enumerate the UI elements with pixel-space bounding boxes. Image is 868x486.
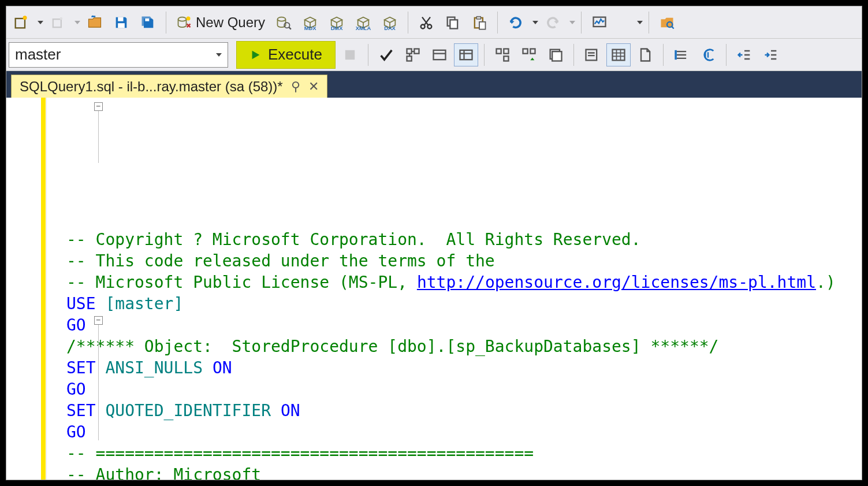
svg-point-7 xyxy=(178,17,187,21)
svg-rect-27 xyxy=(407,56,411,61)
chevron-down-icon xyxy=(216,53,222,57)
svg-text:DMX: DMX xyxy=(331,25,344,30)
save-all-icon[interactable] xyxy=(136,11,160,34)
mdx-icon[interactable]: MDX xyxy=(298,11,322,34)
query-options-icon[interactable] xyxy=(427,43,452,66)
editor-tabstrip: SQLQuery1.sql - il-b...ray.master (sa (5… xyxy=(6,71,862,98)
database-selector-value: master xyxy=(15,46,61,64)
code-line: GO xyxy=(66,314,862,336)
dax-icon[interactable]: DAX xyxy=(378,11,402,34)
svg-point-10 xyxy=(284,23,289,28)
fold-guide xyxy=(98,111,99,163)
new-project-dropdown[interactable] xyxy=(38,21,43,24)
svg-rect-29 xyxy=(460,50,472,59)
decrease-indent-icon[interactable] xyxy=(732,43,757,66)
new-query-button[interactable]: New Query xyxy=(172,11,269,34)
find-icon[interactable] xyxy=(655,11,679,34)
svg-rect-25 xyxy=(407,49,411,53)
svg-rect-36 xyxy=(552,51,561,61)
client-stats-icon[interactable] xyxy=(543,43,568,66)
tab-sqlquery1[interactable]: SQLQuery1.sql - il-b...ray.master (sa (5… xyxy=(11,75,327,98)
window-dropdown[interactable] xyxy=(637,21,643,24)
results-file-icon[interactable] xyxy=(633,43,657,66)
redo-icon xyxy=(541,11,565,34)
intellisense-icon[interactable] xyxy=(454,43,478,66)
execute-label: Execute xyxy=(268,46,322,64)
svg-rect-4 xyxy=(118,17,123,21)
svg-rect-5 xyxy=(118,23,125,28)
code-line: -- Copyright ? Microsoft Corporation. Al… xyxy=(66,229,862,250)
results-text-icon[interactable] xyxy=(580,43,604,66)
svg-rect-18 xyxy=(450,20,457,28)
sql-editor[interactable]: − − -- Copyright ? Microsoft Corporation… xyxy=(6,98,862,480)
database-selector[interactable]: master xyxy=(9,42,228,68)
redo-dropdown xyxy=(569,21,575,24)
dmx-icon[interactable]: DMX xyxy=(325,11,349,34)
live-stats-icon[interactable] xyxy=(517,43,541,66)
code-line: -- Microsoft Public License (MS-PL, http… xyxy=(66,272,862,293)
parse-icon[interactable] xyxy=(374,43,398,66)
svg-text:XMLA: XMLA xyxy=(356,25,371,30)
save-icon[interactable] xyxy=(109,11,133,34)
code-line: -- This code released under the terms of… xyxy=(66,250,862,272)
close-icon[interactable]: ✕ xyxy=(308,79,319,94)
undo-dropdown[interactable] xyxy=(532,21,538,24)
xmla-icon[interactable]: XMLA xyxy=(351,11,375,34)
results-grid-icon[interactable] xyxy=(606,43,631,66)
toolbar-main: New Query MDX DMX XMLA DAX xyxy=(6,6,862,39)
svg-rect-33 xyxy=(523,49,527,53)
pin-icon[interactable]: ⚲ xyxy=(291,79,300,94)
svg-rect-30 xyxy=(496,49,501,53)
svg-rect-34 xyxy=(530,49,535,53)
fold-guide xyxy=(98,325,99,440)
new-item-dropdown xyxy=(74,21,80,24)
code-line: SET QUOTED_IDENTIFIER ON xyxy=(66,400,862,421)
execute-button[interactable]: Execute xyxy=(236,41,336,69)
database-query-icon[interactable] xyxy=(271,11,296,34)
stop-icon xyxy=(338,43,362,66)
editor-gutter xyxy=(6,98,47,480)
svg-rect-38 xyxy=(612,49,624,60)
activity-monitor-icon[interactable] xyxy=(587,11,612,34)
copy-icon[interactable] xyxy=(441,11,465,34)
paste-icon[interactable] xyxy=(467,11,491,34)
svg-rect-21 xyxy=(479,21,486,29)
tab-title: SQLQuery1.sql - il-b...ray.master (sa (5… xyxy=(20,79,283,95)
code-line: GO xyxy=(66,379,862,400)
code-line: -- =====================================… xyxy=(66,443,862,464)
new-query-label: New Query xyxy=(196,14,265,31)
open-file-icon[interactable] xyxy=(83,11,107,34)
code-line: SET ANSI_NULLS ON xyxy=(66,357,862,379)
comment-icon[interactable] xyxy=(669,43,694,66)
svg-rect-0 xyxy=(16,18,25,28)
uncomment-icon[interactable] xyxy=(696,43,720,66)
code-line: -- Author: Microsoft xyxy=(66,464,862,480)
svg-rect-24 xyxy=(345,50,355,59)
svg-point-3 xyxy=(60,17,63,20)
actual-plan-icon[interactable] xyxy=(490,43,515,66)
undo-icon[interactable] xyxy=(504,11,528,34)
svg-rect-20 xyxy=(476,16,480,19)
svg-rect-6 xyxy=(145,18,149,21)
new-project-icon[interactable] xyxy=(9,11,33,34)
fold-toggle[interactable]: − xyxy=(94,102,103,111)
svg-rect-31 xyxy=(504,49,508,53)
svg-rect-32 xyxy=(504,56,508,61)
ssms-window: New Query MDX DMX XMLA DAX xyxy=(6,6,862,480)
svg-point-8 xyxy=(187,16,191,20)
cut-icon[interactable] xyxy=(414,11,438,34)
svg-point-9 xyxy=(278,17,286,21)
code-line: /****** Object: StoredProcedure [dbo].[s… xyxy=(66,336,862,357)
code-line: GO xyxy=(66,421,862,443)
modification-bar xyxy=(41,98,46,480)
code-area[interactable]: − − -- Copyright ? Microsoft Corporation… xyxy=(47,98,862,480)
new-item-icon xyxy=(46,11,70,34)
increase-indent-icon[interactable] xyxy=(759,43,783,66)
svg-rect-26 xyxy=(414,49,419,53)
url-link[interactable]: http://opensource.org/licenses/ms-pl.htm… xyxy=(417,273,816,292)
estimated-plan-icon[interactable] xyxy=(401,43,425,66)
svg-rect-2 xyxy=(53,19,61,27)
fold-toggle[interactable]: − xyxy=(94,316,103,325)
svg-text:DAX: DAX xyxy=(384,25,396,30)
svg-rect-28 xyxy=(433,50,445,59)
